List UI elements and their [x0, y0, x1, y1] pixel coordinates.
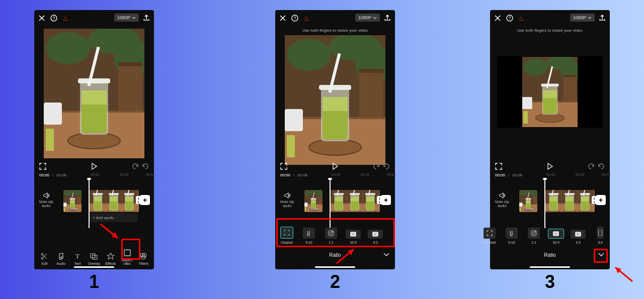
tiktok-icon: [506, 228, 518, 239]
tool-text[interactable]: Text: [70, 252, 85, 265]
undo-icon[interactable]: [373, 163, 380, 170]
export-icon[interactable]: [384, 14, 391, 21]
add-clip-button[interactable]: +: [381, 195, 391, 205]
time-sep: /: [52, 173, 53, 177]
ruler-tick: 00:04: [146, 173, 155, 176]
ratio-16-9[interactable]: 16:9: [344, 220, 363, 244]
ratio-title: Ratio: [544, 252, 555, 258]
play-icon[interactable]: [91, 163, 98, 170]
ruler-tick: 00:04: [387, 173, 396, 176]
mute-clip-button[interactable]: Mute clipaudio: [495, 192, 509, 209]
step-number: 3: [490, 271, 610, 292]
flame-icon[interactable]: ♨: [303, 15, 310, 22]
ratio-original[interactable]: Original: [277, 220, 296, 244]
clip-strip[interactable]: [331, 190, 380, 212]
video-preview[interactable]: [285, 35, 385, 165]
tool-audio[interactable]: Audio: [53, 252, 68, 265]
export-icon[interactable]: [143, 14, 150, 21]
tool-effects[interactable]: Effects: [103, 252, 118, 265]
text-icon: [73, 252, 82, 260]
screenshot-step-1: ♨ 1080P 00:00 / 00:06 00:00 00:02 00:04: [34, 10, 154, 269]
fullscreen-icon[interactable]: [39, 163, 46, 170]
ratio-16-9[interactable]: 16:9: [546, 220, 566, 244]
redo-icon[interactable]: [142, 163, 149, 170]
play-icon[interactable]: [546, 163, 553, 170]
youtube-icon: [548, 229, 564, 239]
ruler-tick: 00:02: [576, 173, 585, 176]
cover-thumb[interactable]: Cover: [304, 190, 323, 212]
phone-icon: [597, 227, 604, 239]
ratio-9-16[interactable]: 9:16: [502, 220, 521, 244]
current-time: 00:00: [39, 173, 49, 177]
ratio-3-4[interactable]: 3:4: [591, 220, 608, 244]
help-icon[interactable]: [506, 15, 513, 22]
topbar: ♨ 1080P: [490, 10, 610, 27]
timeline-track[interactable]: Mute clipaudio Cover ¦ +: [275, 189, 395, 218]
flame-icon[interactable]: ♨: [518, 15, 525, 22]
ratio-3-4[interactable]: 3:4: [388, 220, 393, 244]
tool-filters[interactable]: Filters: [136, 252, 151, 265]
cover-thumb[interactable]: Cover: [519, 190, 537, 212]
fullscreen-icon[interactable]: [495, 163, 502, 170]
resolution-button[interactable]: 1080P: [114, 14, 139, 22]
ruler-tick: 00:02: [361, 173, 370, 176]
resolution-button[interactable]: 1080P: [570, 14, 595, 22]
undo-icon[interactable]: [588, 163, 595, 170]
video-preview[interactable]: [44, 29, 144, 158]
instagram-icon: [325, 228, 337, 239]
help-icon[interactable]: [291, 15, 298, 22]
redo-icon[interactable]: [383, 163, 390, 170]
redo-icon[interactable]: [598, 163, 605, 170]
resolution-button[interactable]: 1080P: [355, 14, 380, 22]
play-icon[interactable]: [332, 163, 339, 170]
ratio-original[interactable]: Original: [480, 220, 499, 244]
player-controls: [34, 161, 154, 172]
tool-overlay[interactable]: Overlay: [87, 252, 102, 265]
ratio-1-1[interactable]: 1:1: [524, 220, 543, 244]
confirm-check-icon[interactable]: [383, 251, 390, 258]
close-icon[interactable]: [38, 15, 45, 22]
add-clip-button[interactable]: +: [596, 195, 606, 205]
ratio-footer: Ratio: [490, 249, 610, 260]
ratio-4-3[interactable]: 4:3: [569, 220, 588, 244]
mute-clip-button[interactable]: Mute clipaudio: [280, 192, 294, 209]
export-icon[interactable]: [599, 14, 606, 21]
ratio-options: Original 9:16 1:1 16:9 4:3 3:4 5:8: [480, 220, 608, 244]
home-indicator: [74, 266, 114, 268]
add-clip-button[interactable]: +: [140, 195, 150, 205]
ratio-title: Ratio: [329, 252, 341, 258]
ruler-tick: 00:04: [602, 173, 611, 176]
video-preview-letterbox[interactable]: [497, 56, 603, 128]
cover-thumb[interactable]: Cover: [63, 190, 82, 212]
tool-edit[interactable]: Edit: [37, 252, 52, 265]
close-icon[interactable]: [279, 15, 286, 22]
tool-aspect-ratio[interactable]: Aspect ratio: [120, 249, 135, 265]
ratio-9-16[interactable]: 9:16: [299, 220, 318, 244]
expand-icon: [280, 227, 293, 239]
home-indicator: [530, 266, 570, 268]
help-icon[interactable]: [50, 15, 57, 22]
close-icon[interactable]: [494, 15, 501, 22]
effects-icon: [107, 252, 115, 260]
add-audio-button[interactable]: + Add audio: [90, 213, 138, 222]
clip-strip[interactable]: [545, 190, 595, 212]
confirm-check-icon[interactable]: [598, 251, 605, 258]
ruler-tick: 00:00: [91, 173, 100, 176]
undo-icon[interactable]: [132, 163, 139, 170]
ratio-1-1[interactable]: 1:1: [321, 220, 341, 244]
timeline-track[interactable]: Mute clipaudio Cover ¦ +: [490, 189, 610, 218]
arrow-annotation: [101, 224, 123, 243]
ratio-4-3[interactable]: 4:3: [366, 220, 385, 244]
step-number: 2: [275, 271, 395, 292]
cover-label: Cover: [63, 207, 82, 211]
fullscreen-icon[interactable]: [280, 163, 287, 170]
ruler-tick: 00:00: [332, 173, 341, 176]
resolution-label: 1080P: [358, 15, 371, 20]
mute-clip-button[interactable]: Mute clip audio: [39, 192, 53, 209]
music-note-icon: [57, 252, 65, 260]
youtube-icon: [346, 230, 361, 239]
resize-hint: Use both fingers to resize your video: [490, 28, 610, 33]
clip-strip[interactable]: [90, 190, 139, 212]
ratio-options: Original 9:16 1:1 16:9 4:3 3:4: [277, 220, 393, 244]
flame-icon[interactable]: ♨: [62, 15, 69, 22]
